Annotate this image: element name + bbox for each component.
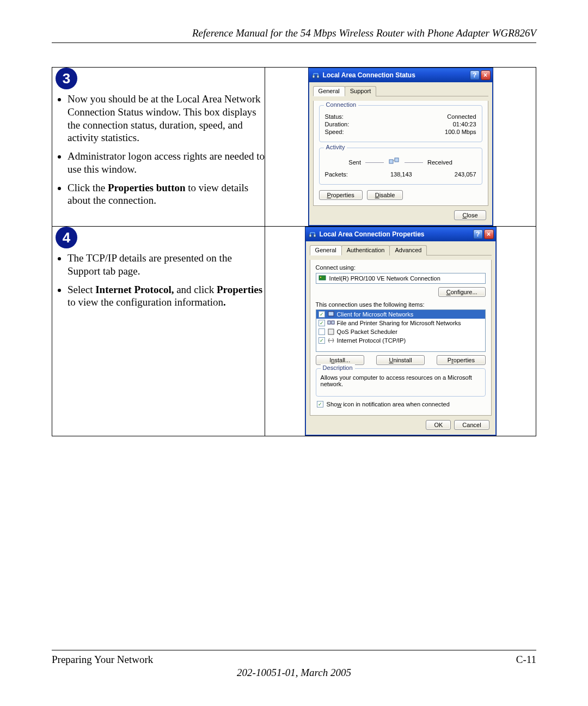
- step3-bullet3: Click the Properties button to view deta…: [68, 181, 265, 208]
- disable-button[interactable]: DisableDisable: [367, 190, 403, 200]
- svg-rect-9: [328, 321, 330, 324]
- item-label: File and Printer Sharing for Microsoft N…: [337, 320, 461, 326]
- svg-rect-1: [317, 75, 319, 78]
- footer-left: Preparing Your Network: [52, 654, 153, 666]
- status-value: Connected: [447, 113, 476, 120]
- network-icon: [309, 230, 316, 238]
- adapter-name: Intel(R) PRO/100 VE Network Connection: [329, 275, 440, 282]
- configure-button[interactable]: Configure...Configure...: [438, 287, 486, 297]
- step3-bullet2: Administrator logon access rights are ne…: [68, 150, 265, 176]
- svg-rect-6: [319, 276, 326, 280]
- header-rule: [52, 42, 536, 43]
- description-group: Description Allows your computer to acce…: [316, 368, 486, 397]
- connect-using-label: Connect using:: [316, 264, 486, 271]
- share-icon: [327, 319, 335, 327]
- items-label: This connection uses the following items…: [316, 301, 486, 308]
- doc-footer: Preparing Your Network C-11 202-10051-01…: [52, 648, 536, 679]
- checkbox-icon[interactable]: [318, 320, 325, 326]
- svg-rect-7: [320, 277, 321, 278]
- install-button[interactable]: Install...Install...: [316, 355, 364, 365]
- item-label: Client for Microsoft Networks: [337, 311, 414, 318]
- description-text: Allows your computer to access resources…: [321, 374, 472, 387]
- list-item[interactable]: Internet Protocol (TCP/IP): [316, 336, 485, 345]
- svg-rect-11: [328, 329, 334, 334]
- description-legend: Description: [321, 364, 355, 371]
- show-icon-label: Show icon in notification area when conn…: [327, 401, 450, 407]
- checkbox-icon[interactable]: [318, 337, 325, 344]
- step-badge-3: 3: [56, 68, 77, 89]
- show-icon-checkbox[interactable]: [317, 401, 323, 407]
- packets-label: Packets:: [325, 171, 348, 178]
- steps-table: 3 Now you should be at the Local Area Ne…: [52, 67, 536, 436]
- speed-value: 100.0 Mbps: [445, 129, 476, 135]
- qos-icon: [327, 328, 335, 336]
- client-icon: [327, 311, 335, 318]
- checkbox-icon[interactable]: [318, 328, 325, 335]
- svg-rect-8: [328, 312, 334, 316]
- connection-group: Connection Status:Connected Duration:01:…: [319, 105, 482, 142]
- packets-sent: 138,143: [348, 171, 455, 178]
- activity-legend: Activity: [324, 144, 347, 150]
- tab-authentication[interactable]: Authentication: [341, 245, 390, 255]
- items-list[interactable]: Client for Microsoft Networks File and P…: [316, 309, 486, 352]
- duration-value: 01:40:23: [453, 121, 476, 127]
- doc-header: Reference Manual for the 54 Mbps Wireles…: [52, 27, 536, 39]
- status-titlebar[interactable]: Local Area Connection Status ? ×: [309, 68, 493, 82]
- svg-rect-0: [313, 75, 315, 78]
- close-icon[interactable]: ×: [481, 70, 491, 80]
- step3-bullet1: Now you should be at the Local Area Netw…: [68, 93, 265, 144]
- properties-window: Local Area Connection Properties ? × Gen…: [305, 227, 497, 436]
- nic-icon: [318, 274, 326, 283]
- footer-right: C-11: [516, 654, 536, 666]
- tcpip-icon: [327, 337, 335, 344]
- props-titlebar[interactable]: Local Area Connection Properties ? ×: [305, 227, 496, 241]
- help-button[interactable]: ?: [470, 70, 480, 80]
- ok-button[interactable]: OK: [426, 420, 451, 430]
- cancel-button[interactable]: Cancel: [454, 420, 489, 430]
- status-window: Local Area Connection Status ? × General…: [308, 68, 493, 226]
- list-item[interactable]: File and Printer Sharing for Microsoft N…: [316, 319, 485, 327]
- status-label: Status:: [325, 113, 344, 120]
- close-button[interactable]: CloseClose: [454, 210, 486, 220]
- activity-icon: [388, 157, 400, 168]
- svg-rect-2: [389, 160, 393, 163]
- step4-bullet1: The TCP/IP details are presented on the …: [68, 252, 265, 278]
- svg-rect-10: [332, 321, 334, 324]
- activity-group: Activity Sent Received: [319, 148, 482, 185]
- close-icon[interactable]: ×: [484, 229, 494, 239]
- duration-label: Duration:: [325, 121, 350, 127]
- item-properties-button[interactable]: PropertiesProperties: [437, 355, 485, 365]
- tab-general[interactable]: General: [310, 245, 342, 255]
- step-badge-4: 4: [56, 227, 77, 248]
- list-item[interactable]: Client for Microsoft Networks: [316, 310, 485, 319]
- props-title: Local Area Connection Properties: [320, 230, 470, 238]
- svg-rect-4: [309, 234, 311, 237]
- step4-bullet2: Select Internet Protocol, and click Prop…: [68, 283, 265, 309]
- connection-legend: Connection: [324, 101, 359, 108]
- step3-bullets: Now you should be at the Local Area Netw…: [68, 93, 265, 207]
- step4-bullets: The TCP/IP details are presented on the …: [68, 252, 265, 309]
- list-item[interactable]: QoS Packet Scheduler: [316, 327, 485, 336]
- adapter-field: Intel(R) PRO/100 VE Network Connection: [316, 273, 486, 284]
- status-title: Local Area Connection Status: [323, 71, 467, 79]
- footer-center: 202-10051-01, March 2005: [52, 667, 536, 679]
- item-label: Internet Protocol (TCP/IP): [337, 337, 406, 344]
- item-label: QoS Packet Scheduler: [337, 328, 397, 335]
- svg-rect-5: [314, 234, 316, 237]
- properties-button[interactable]: PPropertiesroperties: [319, 190, 363, 200]
- packets-received: 243,057: [455, 171, 476, 178]
- received-label: Received: [427, 159, 452, 166]
- checkbox-icon[interactable]: [318, 311, 325, 318]
- tab-general[interactable]: General: [313, 86, 345, 96]
- uninstall-button[interactable]: UninstallUninstall: [376, 355, 425, 365]
- tab-advanced[interactable]: Advanced: [389, 245, 427, 255]
- tab-support[interactable]: Support: [345, 86, 377, 96]
- speed-label: Speed:: [325, 129, 344, 135]
- network-icon: [312, 71, 320, 79]
- help-button[interactable]: ?: [473, 229, 483, 239]
- sent-label: Sent: [348, 159, 361, 166]
- svg-rect-3: [395, 158, 399, 162]
